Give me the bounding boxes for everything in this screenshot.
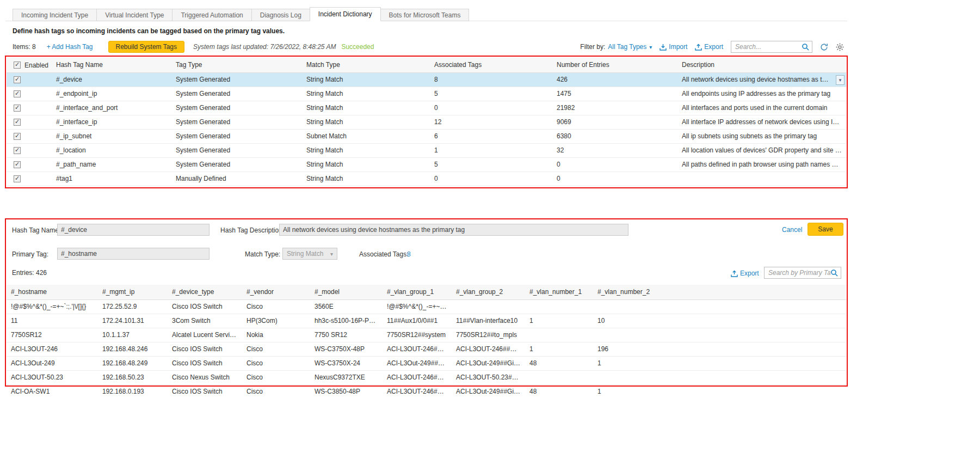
entry-row[interactable]: ACI-L3Out-249192.168.48.249Cisco IOS Swi…	[7, 356, 846, 370]
table-cell: System Generated	[171, 157, 302, 172]
tab-diagnosis-log[interactable]: Diagnosis Log	[251, 9, 310, 21]
hash-tag-name-label: Hash Tag Name:	[12, 226, 60, 234]
table-cell: #_interface_and_port	[52, 101, 171, 115]
entry-row[interactable]: ACI-L3OUT-50.23192.168.50.23Cisco Nexus …	[7, 370, 846, 384]
tab-bots-for-microsoft-teams[interactable]: Bots for Microsoft Teams	[380, 9, 470, 21]
table-cell: Manually Defined	[171, 172, 302, 186]
entry-row[interactable]: !@#$%^&*()_-=+~`:;.'|\/[]{}172.25.52.9Ci…	[7, 299, 846, 314]
primary-tag-search-input[interactable]	[768, 269, 830, 277]
filter-by-label: Filter by:	[580, 43, 605, 51]
tag-type-filter[interactable]: Filter by: All Tag Types ▾	[580, 43, 652, 51]
tab-incoming-incident-type[interactable]: Incoming Incident Type	[13, 9, 97, 21]
items-count: Items: 8	[13, 43, 36, 51]
tab-virtual-incident-type[interactable]: Virtual Incident Type	[96, 9, 172, 21]
page-description: Define hash tags so incoming incidents c…	[13, 27, 285, 35]
description-cell: All endpoints using IP addresses as the …	[677, 87, 846, 101]
entries-column-header: #_vlan_number_2	[593, 285, 664, 299]
row-enabled-checkbox[interactable]	[14, 147, 21, 154]
entries-column-header: #_vendor	[242, 285, 310, 299]
gear-icon[interactable]	[836, 43, 844, 51]
entry-cell: ACI-L3OUT-246##Vlan1...	[452, 342, 525, 356]
hash-tag-description-label: Hash Tag Description:	[220, 226, 284, 234]
entry-cell: 7750SR12##to_mpls	[452, 328, 525, 342]
row-enabled-checkbox[interactable]	[14, 133, 21, 140]
column-header: Associated Tags	[430, 58, 552, 72]
table-cell: String Match	[302, 157, 430, 172]
hash-tag-row[interactable]: #_locationSystem GeneratedString Match13…	[7, 143, 846, 157]
entry-cell: ACI-L3OUT-50.23##Eth...	[452, 370, 525, 384]
import-button[interactable]: Import	[660, 43, 687, 51]
entry-cell: 192.168.50.23	[98, 370, 168, 384]
hash-tag-row[interactable]: #_deviceSystem GeneratedString Match8426…	[7, 72, 846, 87]
entry-row[interactable]: ACI-OA-SW1192.168.0.193Cisco IOS SwitchC…	[7, 384, 846, 399]
column-header: Enabled	[7, 58, 52, 72]
row-enabled-checkbox[interactable]	[14, 90, 21, 97]
save-button[interactable]: Save	[808, 223, 843, 236]
entry-cell-filler	[664, 342, 846, 356]
hash-tag-row[interactable]: #_interface_ipSystem GeneratedString Mat…	[7, 115, 846, 129]
description-cell: All interface IP addresses of network de…	[677, 115, 846, 129]
entry-cell-filler	[664, 370, 846, 384]
import-icon	[660, 44, 667, 51]
entry-cell: 192.168.48.249	[98, 356, 168, 370]
entry-row[interactable]: ACI-L3OUT-246192.168.48.246Cisco IOS Swi…	[7, 342, 846, 356]
description-cell: All interfaces and ports used in the cur…	[677, 101, 846, 115]
filter-value: All Tag Types	[608, 43, 646, 51]
search-icon[interactable]	[830, 269, 838, 277]
entries-table-wrap: #_hostname#_mgmt_ip#_device_type#_vendor…	[7, 285, 846, 399]
entries-column-header: #_model	[310, 285, 383, 299]
tab-incident-dictionary[interactable]: Incident Dictionary	[310, 7, 381, 21]
entry-cell	[593, 299, 664, 314]
export-button[interactable]: Export	[695, 43, 723, 51]
entries-column-header: #_vlan_number_1	[525, 285, 593, 299]
table-cell: 21982	[552, 101, 677, 115]
search-icon[interactable]	[802, 43, 809, 51]
description-expand-dropdown[interactable]: ▾	[836, 75, 845, 85]
associated-tags-link[interactable]: 8	[407, 250, 411, 258]
table-cell: #_ip_subnet	[52, 129, 171, 143]
entry-cell: 10	[593, 314, 664, 328]
table-cell: System Generated	[171, 72, 302, 87]
hash-tag-row[interactable]: #tag1Manually DefinedString Match00	[7, 172, 846, 186]
cancel-button[interactable]: Cancel	[782, 226, 802, 234]
hash-tag-row[interactable]: #_interface_and_portSystem GeneratedStri…	[7, 101, 846, 115]
search-input[interactable]	[735, 43, 802, 51]
hash-tag-row[interactable]: #_ip_subnetSystem GeneratedSubnet Match6…	[7, 129, 846, 143]
row-enabled-checkbox[interactable]	[14, 76, 21, 83]
chevron-down-icon: ▾	[649, 44, 652, 50]
hash-tag-name-field[interactable]	[57, 224, 209, 236]
entry-cell: 48	[525, 356, 593, 370]
entry-row[interactable]: 11172.24.101.313Com SwitchHP(3Com)hh3c-s…	[7, 314, 846, 328]
entry-cell: WS-C3750X-24	[310, 356, 383, 370]
entry-cell: ACI-L3OUT-246##Giga...	[383, 384, 452, 399]
refresh-icon[interactable]	[820, 43, 828, 51]
row-enabled-checkbox[interactable]	[14, 175, 21, 182]
entry-row[interactable]: 7750SR1210.1.1.37Alcatel Lucent Service …	[7, 328, 846, 342]
table-cell: 0	[430, 172, 552, 186]
entry-cell: ACI-L3OUT-246##Giga...	[383, 342, 452, 356]
entry-cell: ACI-L3Out-249##Gigab...	[452, 356, 525, 370]
hash-tag-description-field[interactable]	[279, 224, 628, 236]
add-hash-tag-button[interactable]: + Add Hash Tag	[47, 43, 93, 51]
entry-cell: Nokia	[242, 328, 310, 342]
row-enabled-checkbox[interactable]	[14, 105, 21, 112]
entry-cell: Alcatel Lucent Service ...	[168, 328, 242, 342]
entries-export-button[interactable]: Export	[731, 270, 759, 277]
rebuild-system-tags-button[interactable]: Rebuild System Tags	[108, 41, 185, 53]
tab-triggered-automation[interactable]: Triggered Automation	[172, 9, 251, 21]
hash-tag-row[interactable]: #_path_nameSystem GeneratedString Match5…	[7, 157, 846, 172]
row-enabled-checkbox[interactable]	[14, 161, 21, 168]
primary-tag-field[interactable]	[57, 248, 209, 260]
hash-tag-table-header: EnabledHash Tag NameTag TypeMatch TypeAs…	[7, 58, 846, 72]
toolbar-right: Filter by: All Tag Types ▾ Import Export	[580, 41, 844, 53]
table-cell: 1	[430, 143, 552, 157]
entries-table-header: #_hostname#_mgmt_ip#_device_type#_vendor…	[7, 285, 846, 299]
hash-tag-row[interactable]: #_endpoint_ipSystem GeneratedString Matc…	[7, 87, 846, 101]
table-cell: String Match	[302, 72, 430, 87]
match-type-select: String Match ▾	[282, 248, 337, 260]
entry-cell: 1	[525, 342, 593, 356]
select-all-checkbox[interactable]	[14, 62, 21, 69]
entry-cell: Cisco Nexus Switch	[168, 370, 242, 384]
row-enabled-checkbox[interactable]	[14, 119, 21, 126]
entry-cell: Cisco IOS Switch	[168, 384, 242, 399]
